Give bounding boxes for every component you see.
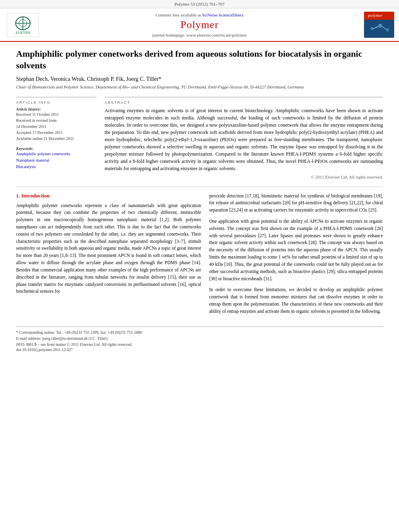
revised-date: 14 December 2011: [16, 123, 97, 129]
keyword-2[interactable]: Nanophasic material: [16, 157, 97, 164]
svg-text:polymer: polymer: [367, 13, 382, 18]
footnote-issn: 0032-3861/$ – see front matter © 2011 El…: [16, 342, 383, 347]
elsevier-logo: ELSEVIER: [5, 13, 41, 37]
main-content: Amphiphilic polymer conetworks derived f…: [0, 42, 399, 360]
keywords-section: Keywords: Amphiphilic polymer conetworks…: [16, 146, 97, 170]
copyright-text: © 2011 Elsevier Ltd. All rights reserved…: [105, 175, 383, 179]
journal-citation: Polymer 53 (2012) 701–707: [175, 2, 224, 6]
section1-paragraph2: peroxide detection [17,18], biomimetic m…: [209, 193, 383, 214]
history-label: Article history:: [16, 107, 97, 111]
available-online-date: Available online 21 December 2011: [16, 136, 97, 142]
article-title: Amphiphilic polymer conetworks derived f…: [16, 48, 383, 71]
footnote-corresponding-author: * Corresponding author. Tel.: +49 (0)231…: [16, 329, 383, 335]
accepted-date: Accepted 17 December 2011: [16, 129, 97, 136]
svg-rect-7: [364, 12, 394, 20]
abstract-text: Activating enzymes in organic solvents i…: [105, 107, 383, 172]
svg-line-13: [382, 27, 386, 29]
section1-paragraph1: Amphiphilic polymer conetworks represent…: [16, 202, 201, 296]
article-info-col: ARTICLE INFO Article history: Received 1…: [16, 97, 97, 179]
affiliation: Chair of Biomaterials and Polymer Scienc…: [16, 84, 383, 90]
body-col-right: peroxide detection [17,18], biomimetic m…: [209, 193, 383, 319]
received-revised-label: Received in revised form: [16, 117, 97, 123]
article-meta-section: ARTICLE INFO Article history: Received 1…: [16, 97, 383, 179]
polymer-logo-image: polymer: [364, 12, 394, 38]
body-col-left: 1. Introduction Amphiphilic polymer cone…: [16, 193, 201, 319]
abstract-col: ABSTRACT Activating enzymes in organic s…: [105, 97, 383, 179]
section1-title: 1. Introduction: [16, 193, 201, 199]
svg-point-10: [378, 24, 382, 28]
footnotes: * Corresponding author. Tel.: +49 (0)231…: [16, 327, 383, 352]
elsevier-logo-image: ELSEVIER: [7, 13, 39, 37]
keyword-1[interactable]: Amphiphilic polymer conetworks: [16, 151, 97, 157]
keyword-link-3[interactable]: Biocatalysis: [16, 164, 36, 169]
article-history: Article history: Received 11 October 201…: [16, 107, 97, 142]
polymer-logo-right: polymer: [358, 12, 394, 38]
sciverse-text: Contents lists available at SciVerse Sci…: [45, 12, 354, 17]
footnote-email: E-mail address: joerg.tiller@tu-dortmund…: [16, 335, 383, 341]
sciverse-link[interactable]: SciVerse ScienceDirect: [202, 12, 243, 17]
journal-header: ELSEVIER Contents lists available at Sci…: [0, 8, 399, 42]
svg-point-9: [370, 27, 374, 30]
journal-homepage-text: journal homepage: www.elsevier.com/locat…: [45, 33, 354, 37]
received-date: Received 11 October 2011: [16, 111, 97, 117]
footnote-doi: doi:10.1016/j.polymer.2011.12.027: [16, 347, 383, 352]
abstract-heading: ABSTRACT: [105, 101, 383, 105]
journal-header-center: Contents lists available at SciVerse Sci…: [41, 12, 358, 37]
keyword-3[interactable]: Biocatalysis: [16, 164, 97, 170]
svg-point-11: [386, 28, 389, 31]
journal-top-bar: Polymer 53 (2012) 701–707: [0, 0, 399, 8]
journal-title-header: Polymer: [45, 19, 354, 31]
keyword-link-2[interactable]: Nanophasic material: [16, 158, 49, 162]
svg-line-12: [374, 27, 378, 29]
svg-rect-6: [364, 12, 394, 38]
body-section: 1. Introduction Amphiphilic polymer cone…: [16, 187, 383, 319]
section1-paragraph4: In order to overcome these limitations, …: [209, 286, 383, 315]
article-info-heading: ARTICLE INFO: [16, 101, 97, 105]
authors: Stephan Dech, Veronica Wruk, Christoph P…: [16, 76, 383, 82]
keyword-link-1[interactable]: Amphiphilic polymer conetworks: [16, 152, 70, 156]
section1-paragraph3: One application with great potential is …: [209, 218, 383, 282]
svg-text:ELSEVIER: ELSEVIER: [15, 31, 30, 35]
keywords-label: Keywords:: [16, 146, 97, 151]
